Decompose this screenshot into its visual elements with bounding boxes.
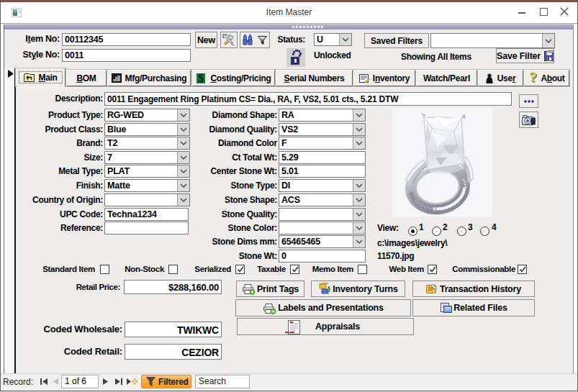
svg-text:?: ? bbox=[530, 72, 536, 84]
svg-text:$: $ bbox=[199, 73, 204, 83]
